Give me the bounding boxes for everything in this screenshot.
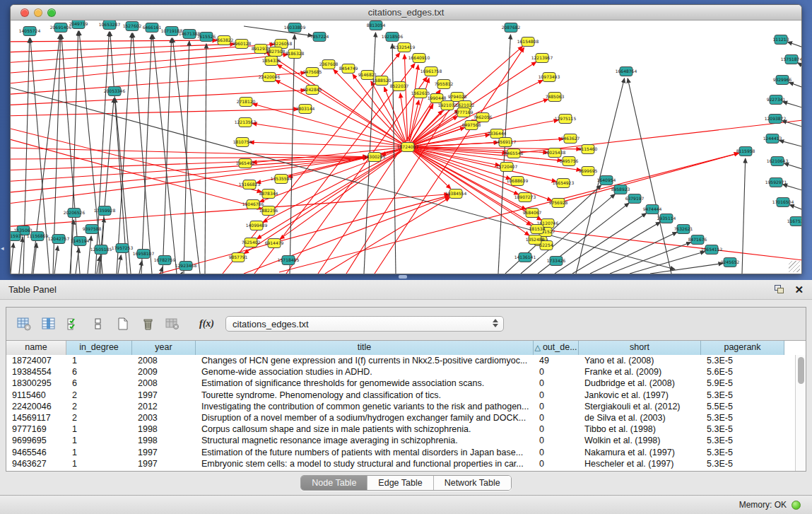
table-cell[interactable]: 5.9E-5 [701, 378, 784, 389]
graph-edge[interactable] [413, 148, 556, 182]
graph-node[interactable]: 9242845 [303, 86, 322, 95]
graph-node[interactable]: 9684067 [523, 209, 542, 218]
table-row[interactable]: 1456911722003Disruption of a novel membe… [6, 412, 806, 424]
graph-node[interactable]: 2049719 [69, 21, 88, 29]
graph-node[interactable]: 20206526 [64, 209, 86, 218]
minimize-window-button[interactable] [34, 8, 42, 17]
graph-node[interactable]: 17957253 [112, 244, 134, 253]
table-row[interactable]: 1830029562008Estimation of significance … [6, 378, 806, 389]
graph-node[interactable]: 2803144 [296, 105, 315, 114]
graph-edge[interactable] [325, 197, 449, 274]
graph-node[interactable]: 9960128 [233, 40, 252, 49]
graph-node[interactable]: 20053346 [104, 87, 126, 96]
graph-edge[interactable] [54, 246, 58, 274]
graph-node[interactable]: 2336444 [488, 129, 507, 139]
select-all-button[interactable] [66, 316, 81, 332]
graph-edge[interactable] [163, 38, 172, 274]
graph-node[interactable]: 6466161 [143, 23, 162, 33]
table-cell[interactable]: 2008 [132, 355, 196, 366]
network-window-titlebar[interactable]: citations_edges.txt [11, 5, 801, 21]
graph-node[interactable]: 8958923 [611, 185, 630, 194]
table-cell[interactable]: 6 [66, 378, 132, 389]
graph-edge[interactable] [118, 255, 121, 274]
graph-node[interactable]: 12923468 [175, 262, 197, 271]
graph-edge[interactable] [742, 158, 746, 274]
table-cell[interactable]: Franke et al. (2009) [579, 366, 701, 378]
graph-edge[interactable] [11, 109, 298, 116]
table-cell[interactable]: 9777169 [6, 424, 66, 435]
table-cell[interactable]: 2009 [132, 366, 196, 378]
graph-node[interactable]: 9857791 [229, 253, 248, 262]
table-cell[interactable]: 1 [66, 435, 132, 446]
graph-node[interactable]: 19218506 [382, 33, 404, 42]
graph-edge[interactable] [392, 44, 396, 274]
table-cell[interactable]: Estimation of the future numbers of pati… [196, 447, 534, 458]
table-cell[interactable]: 0 [534, 424, 579, 435]
graph-edge[interactable] [787, 42, 801, 49]
graph-node[interactable]: 15720407 [496, 163, 518, 172]
panel-divider-handle[interactable] [399, 275, 407, 279]
graph-node[interactable]: 15166823 [239, 180, 261, 189]
vertical-scrollbar[interactable] [795, 355, 806, 471]
graph-node[interactable]: 8115958 [736, 147, 755, 156]
table-cell[interactable]: 9699695 [6, 435, 66, 446]
graph-edge[interactable] [205, 44, 206, 274]
graph-edge[interactable] [244, 150, 403, 253]
table-cell[interactable]: 18300295 [6, 378, 66, 389]
table-cell[interactable]: 1 [66, 458, 132, 469]
graph-node[interactable]: 181534 [529, 225, 546, 234]
table-cell[interactable]: 5.3E-5 [701, 390, 784, 401]
graph-node[interactable]: 8878344 [259, 189, 278, 199]
graph-node[interactable]: 12093872 [765, 115, 787, 124]
graph-node[interactable]: 14569117 [495, 138, 517, 147]
graph-node[interactable]: 2718120 [237, 98, 256, 107]
graph-edge[interactable] [11, 243, 13, 274]
table-cell[interactable]: 0 [534, 390, 579, 401]
table-cell[interactable]: 9463627 [6, 458, 66, 469]
table-cell[interactable]: Stergiakouli et al. (2012) [579, 401, 701, 412]
graph-node[interactable]: 15751874 [781, 55, 801, 64]
graph-node[interactable]: 16958107 [133, 250, 155, 259]
show-columns-button[interactable] [41, 316, 57, 332]
function-builder-button[interactable]: f(x) [199, 318, 214, 329]
table-cell[interactable]: 0 [534, 447, 579, 458]
table-cell[interactable]: 0 [534, 366, 579, 378]
graph-node[interactable]: 111213 [773, 35, 789, 45]
table-cell[interactable]: Dudbridge et al. (2008) [579, 378, 701, 389]
table-cell[interactable]: 2003 [132, 412, 196, 424]
graph-edge[interactable] [276, 81, 403, 145]
graph-edge[interactable] [409, 100, 419, 141]
table-row[interactable]: 2242004622012Investigating the contribut… [6, 401, 806, 412]
graph-edge[interactable] [153, 35, 177, 274]
graph-node[interactable]: 7632621 [674, 225, 693, 234]
table-cell[interactable]: Jankovic et al. (1997) [579, 390, 701, 401]
graph-node[interactable]: 1527602 [123, 22, 142, 31]
graph-edge[interactable] [346, 103, 454, 274]
graph-node[interactable]: 7663822 [215, 36, 234, 45]
graph-edge[interactable] [11, 88, 675, 269]
graph-node[interactable]: 3915931 [11, 232, 24, 241]
graph-edge[interactable] [564, 153, 739, 201]
graph-node[interactable]: 1733426 [547, 257, 566, 266]
table-cell[interactable]: 1 [66, 355, 132, 366]
graph-node[interactable]: 1882256 [259, 206, 278, 216]
table-row[interactable]: 1938455462009Genome-wide association stu… [6, 366, 806, 378]
table-cell[interactable]: Investigating the contribution of common… [196, 401, 534, 412]
column-header-short[interactable]: short [579, 341, 701, 355]
table-row[interactable]: 977716911998Corpus callosum shape and si… [6, 424, 806, 435]
table-cell[interactable]: 9115460 [6, 390, 66, 401]
table-cell[interactable]: 1 [66, 447, 132, 458]
table-cell[interactable]: Yano et al. (2008) [579, 355, 701, 366]
graph-node[interactable]: 11156869 [27, 232, 49, 241]
graph-node[interactable]: 9699695 [579, 167, 598, 176]
graph-node[interactable]: 15325419 [394, 43, 416, 52]
graph-node[interactable]: 8471676 [688, 235, 707, 245]
graph-node[interactable]: 9777169 [454, 108, 473, 117]
table-cell[interactable]: 2012 [132, 401, 196, 412]
column-header-year[interactable]: year [132, 341, 196, 355]
graph-node[interactable]: 9227341 [767, 95, 786, 105]
graph-node[interactable]: 7857224 [310, 33, 329, 42]
graph-edge[interactable] [11, 52, 269, 74]
table-cell[interactable]: 5.3E-5 [701, 424, 784, 435]
table-selector-combo[interactable]: citations_edges.txt [225, 316, 504, 332]
